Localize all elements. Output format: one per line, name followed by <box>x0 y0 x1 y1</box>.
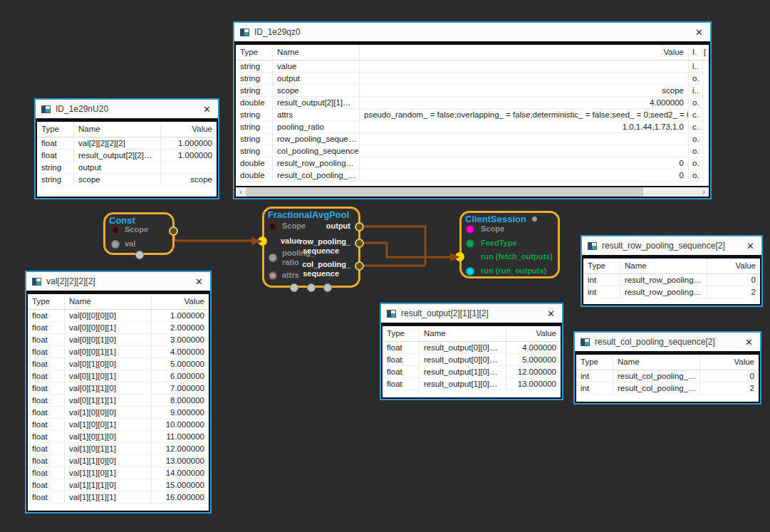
table-row[interactable]: floatresult_output[0][0]…4.000000 <box>383 342 561 354</box>
column-header[interactable]: Name <box>620 259 707 273</box>
column-header[interactable]: Type <box>576 355 613 370</box>
column-header[interactable]: Type <box>383 326 420 341</box>
column-header[interactable]: Value <box>161 122 217 137</box>
graph-canvas[interactable]: { "chrome": { "close_glyph": "✕" }, "scr… <box>0 0 770 532</box>
table-row[interactable]: floatval[2][2][2][2]1.000000 <box>37 137 217 150</box>
close-icon[interactable]: ✕ <box>694 27 704 38</box>
port-run-fetch-icon[interactable] <box>455 252 464 261</box>
port-scope-icon[interactable] <box>111 226 120 234</box>
table-row[interactable]: doubleresult_col_pooling_…0o. <box>236 169 709 182</box>
scrollbar-thumb[interactable] <box>246 187 643 197</box>
port-attrs-icon[interactable] <box>269 271 277 280</box>
table-row[interactable]: stringpooling_ratio1.0,1.44,1.73,1.0c. <box>236 121 709 133</box>
column-header[interactable]: Name <box>613 355 700 370</box>
window-id-1e29nu20[interactable]: ID_1e29nU20 ✕ TypeNameValuefloatval[2][2… <box>34 98 219 199</box>
port-pooling-ratio-icon[interactable] <box>269 254 277 262</box>
window-id-1e29qz0[interactable]: ID_1e29qz0 ✕ TypeNameValueI.[stringvalue… <box>233 21 712 199</box>
scroll-left-icon[interactable]: ‹ <box>236 187 246 197</box>
close-icon[interactable]: ✕ <box>194 276 204 287</box>
column-header[interactable]: Name <box>65 294 152 309</box>
table-row[interactable]: stringvaluei.. <box>236 61 709 73</box>
window-val[interactable]: val[2][2][2][2] ✕ TypeNameValuefloatval[… <box>25 271 212 513</box>
table-row[interactable]: floatval[1][1][1][0]15.000000 <box>28 479 209 491</box>
column-header[interactable]: Type <box>37 122 74 137</box>
column-header[interactable]: Value <box>360 45 689 60</box>
table-row[interactable]: intresult_col_pooling_…2 <box>576 382 759 395</box>
table-row[interactable]: floatval[1][0][0][0]9.000000 <box>28 407 209 419</box>
table-row[interactable]: floatresult_output[1][0]…13.000000 <box>383 378 561 390</box>
port-row-pooling-icon[interactable] <box>355 239 364 248</box>
column-header[interactable]: Type <box>236 45 273 60</box>
port-output-icon[interactable] <box>355 222 364 231</box>
window-titlebar[interactable]: ID_1e29nU20 ✕ <box>36 100 218 118</box>
node-anchor-dot[interactable] <box>307 283 316 292</box>
column-header[interactable]: Name <box>273 45 360 60</box>
port-feedtype-icon[interactable] <box>466 239 474 248</box>
window-result-col-pooling[interactable]: result_col_pooling_sequence[2] ✕ TypeNam… <box>573 331 761 405</box>
table-row[interactable]: stringcol_pooling_sequenceo. <box>236 145 709 157</box>
close-icon[interactable]: ✕ <box>546 308 556 319</box>
node-anchor-dot[interactable] <box>290 283 298 292</box>
column-header[interactable]: I. <box>689 45 703 60</box>
table-row[interactable]: floatval[0][1][0][0]5.000000 <box>28 358 209 370</box>
close-icon[interactable]: ✕ <box>745 241 756 251</box>
table-row[interactable]: floatval[0][1][0][1]6.000000 <box>28 370 209 382</box>
table-row[interactable]: floatval[0][0][0][1]2.000000 <box>28 322 209 334</box>
table-row[interactable]: floatresult_output[0][0]…5.000000 <box>383 354 561 366</box>
column-header[interactable]: Value <box>707 259 760 273</box>
table-row[interactable]: floatval[0][0][1][1]4.000000 <box>28 346 209 358</box>
column-header[interactable]: Value <box>506 326 561 341</box>
port-run-outputs-icon[interactable] <box>466 267 474 276</box>
node-client-session[interactable]: ClientSession Scope FeedType run (fetch_… <box>459 211 560 278</box>
column-header[interactable]: Value <box>700 355 759 370</box>
window-titlebar[interactable]: result_output[2][1][1][2] ✕ <box>381 304 562 323</box>
column-header[interactable]: Type <box>28 294 65 309</box>
table-row[interactable]: stringrow_pooling_seque…o. <box>236 133 709 145</box>
node-anchor-dot[interactable] <box>135 251 144 259</box>
table-row[interactable]: floatresult_output[1][0]…12.000000 <box>383 366 561 378</box>
table-row[interactable]: floatval[1][0][1][0]11.000000 <box>28 431 209 443</box>
port-scope-icon[interactable] <box>466 225 474 234</box>
table-row[interactable]: floatval[1][1][0][1]14.000000 <box>28 467 209 479</box>
column-header[interactable]: Name <box>420 326 506 341</box>
table-row[interactable]: intresult_row_pooling…0 <box>583 274 760 286</box>
table-row[interactable]: floatval[0][0][0][0]1.000000 <box>28 310 209 322</box>
node-const[interactable]: Const Scope val <box>103 212 175 255</box>
close-icon[interactable]: ✕ <box>744 337 754 348</box>
close-icon[interactable]: ✕ <box>202 104 212 115</box>
port-output-icon[interactable] <box>169 226 178 236</box>
table-row[interactable]: intresult_row_pooling…2 <box>583 286 760 298</box>
window-titlebar[interactable]: result_row_pooling_sequence[2] ✕ <box>582 236 761 255</box>
table-row[interactable]: floatval[0][0][1][0]3.000000 <box>28 334 209 346</box>
table-row[interactable]: floatval[0][1][1][0]7.000000 <box>28 382 209 395</box>
table-row[interactable]: stringscopescopei.. <box>236 85 709 97</box>
table-row[interactable]: floatresult_output[2][2]…1.000000 <box>37 150 217 162</box>
window-result-row-pooling[interactable]: result_row_pooling_sequence[2] ✕ TypeNam… <box>581 235 763 307</box>
column-header[interactable]: [ <box>703 45 709 60</box>
window-titlebar[interactable]: result_col_pooling_sequence[2] ✕ <box>575 333 760 351</box>
port-scope-icon[interactable] <box>269 222 277 231</box>
port-val-icon[interactable] <box>111 240 120 249</box>
port-col-pooling-icon[interactable] <box>355 261 364 271</box>
table-row[interactable]: doubleresult_row_pooling…0o. <box>236 157 709 169</box>
table-row[interactable]: floatval[1][0][0][1]10.000000 <box>28 419 209 431</box>
column-header[interactable]: Type <box>583 259 620 273</box>
table-row[interactable]: stringattrspseudo_random_ = false;overla… <box>236 109 709 121</box>
window-result-output[interactable]: result_output[2][1][1][2] ✕ TypeNameValu… <box>380 303 563 400</box>
horizontal-scrollbar[interactable]: ‹ › <box>236 187 709 197</box>
table-row[interactable]: floatval[1][1][1][1]16.000000 <box>28 491 209 504</box>
node-handle-dot[interactable] <box>532 217 537 221</box>
table-row[interactable]: floatval[1][0][1][1]12.000000 <box>28 443 209 455</box>
window-titlebar[interactable]: val[2][2][2][2] ✕ <box>26 272 210 291</box>
table-row[interactable]: stringoutput <box>37 162 217 174</box>
table-row[interactable]: stringoutputo. <box>236 73 709 85</box>
column-header[interactable]: Name <box>74 122 161 137</box>
table-row[interactable]: floatval[1][1][0][0]13.000000 <box>28 455 209 467</box>
column-header[interactable]: Value <box>152 294 209 309</box>
port-value-icon[interactable] <box>258 236 267 246</box>
node-anchor-dot[interactable] <box>323 283 332 292</box>
table-row[interactable]: stringscopescope <box>37 174 217 186</box>
table-row[interactable]: floatval[0][1][1][1]8.000000 <box>28 395 209 407</box>
table-row[interactable]: intresult_col_pooling_…0 <box>576 370 759 382</box>
scroll-right-icon[interactable]: › <box>699 187 709 197</box>
